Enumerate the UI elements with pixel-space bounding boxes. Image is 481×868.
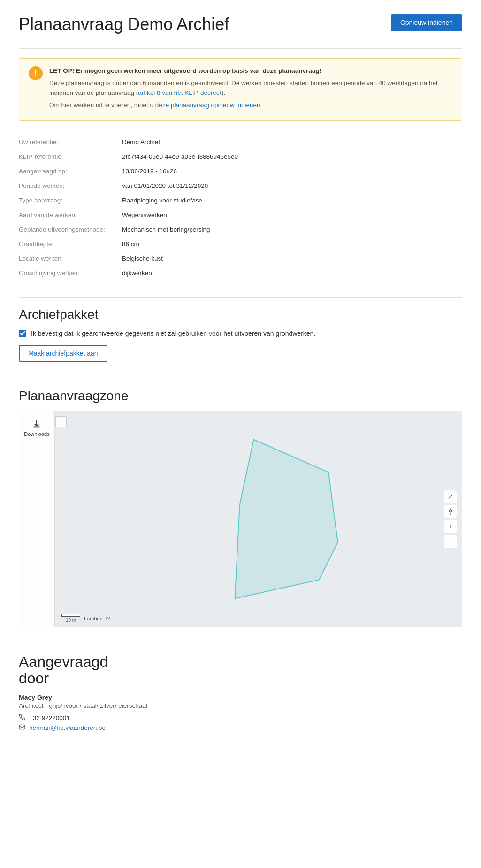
- phone-icon: [19, 714, 25, 722]
- info-value: 86 cm: [122, 240, 139, 248]
- info-value: van 01/01/2020 tot 31/12/2020: [122, 182, 208, 189]
- info-label: Graafdiepte:: [19, 240, 122, 248]
- zoom-in-icon: +: [449, 523, 452, 530]
- info-row: Locatie werken: Belgische kust: [19, 251, 462, 266]
- archive-section-title: Archiefpakket: [19, 307, 462, 322]
- info-value: Belgische kust: [122, 255, 163, 262]
- info-value: Wegeniswerken: [122, 211, 167, 218]
- archive-checkbox-row: Ik bevestig dat ik gearchiveerde gegeven…: [19, 330, 462, 337]
- svg-point-1: [449, 510, 451, 512]
- header-divider: [19, 48, 462, 49]
- info-value: 2fb7f434-06e0-44e9-a03e-f3886946e5e0: [122, 153, 238, 160]
- info-value: dijkwerken: [122, 270, 152, 277]
- scale-bar: 10 m: [61, 614, 80, 623]
- map-svg: [55, 411, 462, 627]
- map-downloads-label: Downloads: [24, 431, 49, 437]
- warning-icon: !: [29, 66, 43, 80]
- locate-icon: [447, 508, 454, 515]
- warning-content: LET OP! Er mogen geen werken meer uitgev…: [49, 66, 452, 113]
- map-section-title: Planaanvraagzone: [19, 388, 462, 403]
- info-value: Demo Archief: [122, 139, 160, 146]
- email-link[interactable]: herman@kb.vlaanderen.be: [29, 724, 106, 731]
- requester-role: Architect - grijs/ ivoor / staal/ zilver…: [19, 702, 462, 709]
- map-controls: ⤢ + −: [444, 490, 457, 548]
- info-row: Geplande uitvoeringsmethode: Mechanisch …: [19, 222, 462, 237]
- warning-line1: Deze planaanvraag is ouder dan 6 maanden…: [49, 78, 452, 98]
- fullscreen-icon: ⤢: [448, 493, 453, 500]
- archive-section: Archiefpakket Ik bevestig dat ik gearchi…: [19, 307, 462, 362]
- info-row: Uw referentie: Demo Archief: [19, 135, 462, 149]
- email-row: herman@kb.vlaanderen.be: [19, 724, 462, 732]
- map-crs-label: Lambert 72: [84, 616, 110, 621]
- scale-line: [61, 614, 80, 617]
- map-section: Planaanvraagzone Downloads ›: [19, 388, 462, 627]
- phone-number: +32 92220001: [29, 714, 70, 721]
- map-sidebar: Downloads: [19, 411, 55, 627]
- info-label: Aangevraagd op:: [19, 168, 122, 175]
- archive-divider: [19, 379, 462, 379]
- requester-section: Aangevraagddoor Macy Grey Architect - gr…: [19, 654, 462, 731]
- warning-banner: ! LET OP! Er mogen geen werken meer uitg…: [19, 58, 462, 121]
- page-title: Planaanvraag Demo Archief: [19, 14, 229, 34]
- info-divider: [19, 297, 462, 298]
- info-row: Type aanvraag: Raadpleging voor studiefa…: [19, 193, 462, 208]
- page-header: Planaanvraag Demo Archief Opnieuw indien…: [19, 14, 462, 34]
- info-value: Raadpleging voor studiefase: [122, 197, 202, 204]
- map-container: Downloads › ⤢: [19, 411, 462, 627]
- info-value: Mechanisch met boring/persing: [122, 226, 210, 233]
- info-row: Graafdiepte: 86 cm: [19, 237, 462, 251]
- requester-section-title: Aangevraagddoor: [19, 654, 462, 687]
- warning-bold-text: LET OP! Er mogen geen werken meer uitgev…: [49, 67, 321, 74]
- map-fullscreen-button[interactable]: ⤢: [444, 490, 457, 503]
- info-row: Omschrijving werken: dijkwerken: [19, 266, 462, 280]
- info-row: Aard van de werken: Wegeniswerken: [19, 208, 462, 222]
- archive-checkbox[interactable]: [19, 330, 26, 337]
- resubmit-link[interactable]: deze planaanvraag opnieuw indienen: [155, 101, 260, 108]
- info-value: 13/06/2019 - 16u26: [122, 168, 177, 175]
- svg-rect-2: [19, 725, 25, 729]
- email-icon: [19, 724, 25, 732]
- info-label: Uw referentie:: [19, 139, 122, 146]
- info-table: Uw referentie: Demo Archief KLIP-referen…: [19, 135, 462, 280]
- info-label: Type aanvraag:: [19, 197, 122, 204]
- archive-checkbox-label: Ik bevestig dat ik gearchiveerde gegeven…: [31, 330, 315, 337]
- map-scale: 10 m Lambert 72: [61, 614, 110, 623]
- map-downloads-button[interactable]: Downloads: [21, 416, 52, 440]
- phone-row: +32 92220001: [19, 714, 462, 722]
- create-archive-button[interactable]: Maak archiefpakket aan: [19, 345, 107, 362]
- map-zoom-in-button[interactable]: +: [444, 520, 457, 533]
- info-label: Aard van de werken:: [19, 211, 122, 218]
- requester-name: Macy Grey: [19, 694, 462, 701]
- map-canvas: [55, 411, 462, 627]
- info-label: Periode werken:: [19, 182, 122, 189]
- klip-decree-link[interactable]: artikel 8 van het KLIP-decreet: [138, 89, 221, 96]
- info-row: Aangevraagd op: 13/06/2019 - 16u26: [19, 164, 462, 178]
- map-divider: [19, 644, 462, 644]
- info-row: Periode werken: van 01/01/2020 tot 31/12…: [19, 178, 462, 193]
- download-icon: [31, 419, 42, 429]
- info-row: KLIP-referentie: 2fb7f434-06e0-44e9-a03e…: [19, 149, 462, 164]
- map-locate-button[interactable]: [444, 505, 457, 518]
- scale-label: 10 m: [66, 618, 76, 623]
- info-label: Omschrijving werken:: [19, 270, 122, 277]
- resubmit-button[interactable]: Opnieuw indienen: [391, 14, 462, 31]
- info-label: Geplande uitvoeringsmethode:: [19, 226, 122, 233]
- map-zoom-out-button[interactable]: −: [444, 535, 457, 548]
- zoom-out-icon: −: [449, 538, 452, 545]
- info-label: Locatie werken:: [19, 255, 122, 262]
- warning-line2: Om hier werken uit te voeren, moet u dez…: [49, 101, 452, 110]
- info-label: KLIP-referentie:: [19, 153, 122, 160]
